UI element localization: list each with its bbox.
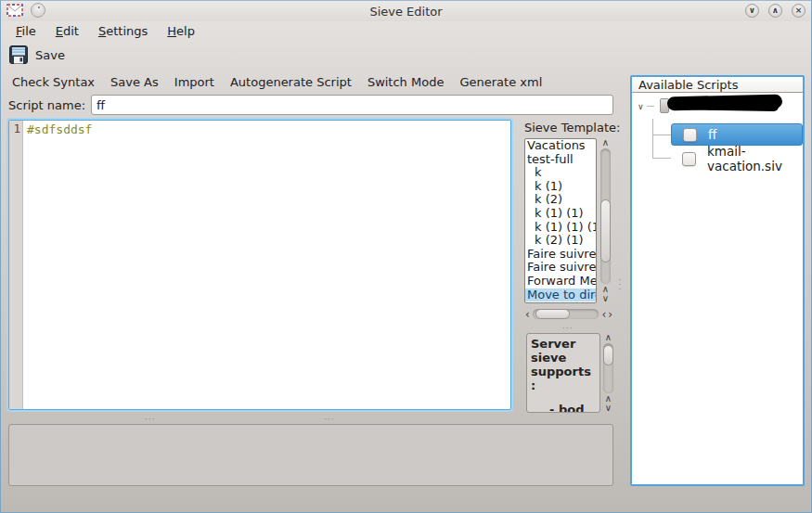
window-title: Sieve Editor [1, 5, 811, 19]
tree-branch-line [647, 106, 654, 107]
redacted-server-name [675, 100, 779, 111]
save-as-button[interactable]: Save As [110, 75, 159, 89]
template-item[interactable]: k (1) (1) [525, 207, 596, 221]
main-toolbar: Save [1, 42, 811, 68]
minimize-button[interactable]: ∨ [745, 4, 759, 18]
template-item[interactable]: Faire suivre [525, 248, 596, 262]
save-button-label: Save [35, 48, 65, 62]
scroll-up-icon[interactable]: ∧ [601, 333, 615, 342]
sieve-template-label: Sieve Template: [524, 121, 617, 135]
template-item[interactable]: Vacations [525, 139, 596, 153]
script-name-row: Script name: [8, 94, 613, 116]
menu-settings[interactable]: Settings [93, 23, 153, 39]
tree-branch-line [652, 158, 671, 159]
code-editor[interactable]: 1 #sdfsddsf [8, 120, 511, 410]
script-checkbox[interactable] [682, 152, 696, 166]
mail-envelope-icon [6, 4, 23, 17]
script-name-label: kmail-vacation.siv [707, 144, 803, 173]
line-number-gutter: 1 [9, 121, 23, 409]
menubar: File Edit Settings Help [1, 21, 811, 40]
template-item[interactable]: test-full [525, 153, 596, 167]
splitter-handle[interactable]: ··· [145, 415, 156, 424]
menu-file[interactable]: File [10, 23, 42, 39]
floppy-disk-icon [8, 45, 29, 65]
generate-xml-button[interactable]: Generate xml [459, 75, 542, 89]
sieve-template-list[interactable]: Vacations test-full k k (1) k (2) k (1) … [524, 138, 597, 303]
template-item[interactable]: k (1) (1) (1 [525, 221, 596, 235]
tree-branch-line [652, 135, 671, 135]
menu-help[interactable]: Help [161, 23, 200, 39]
scroll-down-icon[interactable]: ∨ [599, 294, 612, 303]
template-list-hscrollbar[interactable]: ‹ ‹ › [524, 307, 613, 321]
scrollbar-thumb[interactable] [603, 345, 613, 366]
tree-expander-icon[interactable]: ∨ [638, 102, 644, 111]
scrollbar-track[interactable] [600, 148, 611, 284]
tree-branch-line [652, 119, 653, 158]
available-scripts-panel: Available Scripts ∨ ff kmail-vacation.si… [630, 75, 805, 486]
code-content[interactable]: #sdfsddsf [23, 121, 510, 409]
server-supports-box: Server sieve supports : - bod [526, 333, 600, 413]
scrollbar-thumb[interactable] [535, 309, 570, 319]
template-item[interactable]: Forward Me [525, 275, 596, 289]
debug-output-area[interactable] [8, 424, 613, 486]
scripts-tree[interactable]: ∨ ff kmail-vacation.siv [632, 93, 803, 483]
close-button[interactable]: × [792, 4, 806, 18]
script-checkbox[interactable] [683, 128, 697, 142]
scroll-left-icon[interactable]: ‹ [600, 309, 607, 320]
switch-mode-button[interactable]: Switch Mode [367, 75, 445, 89]
server-supports-scrollbar[interactable]: ∧ ∧ ∨ [601, 333, 615, 413]
line-number: 1 [9, 122, 20, 135]
template-item[interactable]: k [525, 166, 596, 180]
script-name-label: Script name: [8, 98, 85, 112]
sieve-editor-window: Sieve Editor ∨ ∧ × File Edit Settings He… [0, 0, 812, 513]
template-item[interactable]: k (2) [525, 193, 596, 207]
scroll-right-icon[interactable]: › [607, 309, 613, 320]
template-item[interactable]: k (1) [525, 180, 596, 194]
scroll-up-icon[interactable]: ∧ [599, 138, 612, 147]
template-item-selected[interactable]: Move to dire [525, 289, 596, 302]
check-syntax-button[interactable]: Check Syntax [12, 75, 95, 89]
server-supports-title: Server sieve supports : [531, 337, 599, 392]
template-item[interactable]: k (2) (1) [525, 234, 596, 248]
server-supports-item: - bod [549, 403, 584, 413]
script-row[interactable]: kmail-vacation.siv [671, 148, 803, 169]
titlebar[interactable]: Sieve Editor ∨ ∧ × [1, 1, 811, 21]
save-button[interactable]: Save [8, 43, 71, 67]
scroll-down-icon[interactable]: ∨ [601, 404, 615, 413]
splitter-handle[interactable]: ··· [617, 278, 623, 292]
template-list-scrollbar[interactable]: ∧ ∧ ∨ [599, 138, 612, 303]
splitter-handle[interactable]: ··· [324, 415, 335, 424]
scrollbar-track[interactable] [603, 343, 613, 393]
action-toolbar: Check Syntax Save As Import Autogenerate… [1, 72, 625, 91]
scrollbar-track[interactable] [533, 309, 599, 319]
menu-edit[interactable]: Edit [50, 23, 84, 39]
autogenerate-script-button[interactable]: Autogenerate Script [230, 75, 352, 89]
splitter-handle[interactable]: ··· [562, 324, 574, 333]
script-name-label: ff [708, 127, 716, 142]
scrollbar-thumb[interactable] [600, 199, 611, 262]
titlebar-menu-button[interactable] [31, 3, 45, 18]
maximize-button[interactable]: ∧ [768, 4, 782, 18]
script-row-selected[interactable]: ff [671, 123, 803, 146]
template-item[interactable]: Faire suivre [525, 261, 596, 275]
import-button[interactable]: Import [174, 75, 214, 89]
scroll-left-icon[interactable]: ‹ [524, 309, 531, 320]
available-scripts-header: Available Scripts [632, 77, 803, 93]
script-name-input[interactable] [91, 95, 613, 115]
